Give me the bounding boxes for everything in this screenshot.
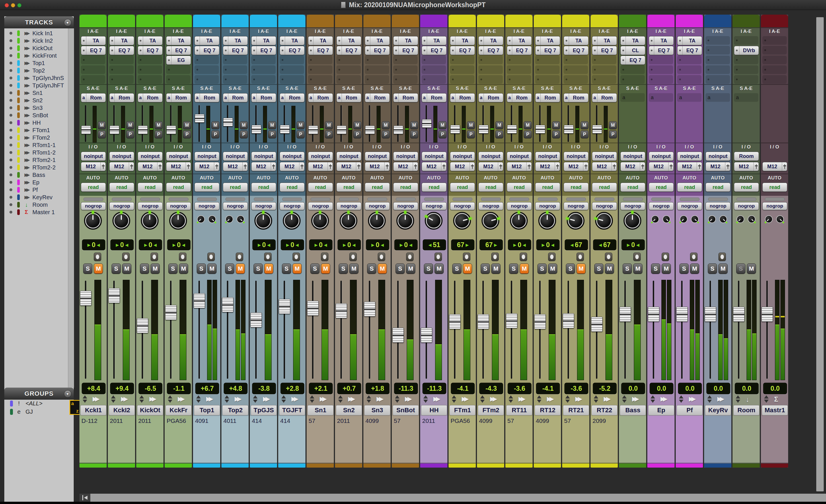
send-slot-a-empty[interactable]: a — [734, 93, 758, 102]
strip-type-audio-icon[interactable]: ▶▶ — [178, 395, 183, 402]
strip-type-audio-icon[interactable]: ▶▶ — [660, 395, 665, 402]
input-path-button[interactable]: noinput — [194, 152, 219, 161]
track-nav-arrows[interactable] — [536, 395, 542, 403]
volume-fader-cap[interactable] — [80, 291, 92, 306]
output-path-button[interactable]: M12 — [762, 162, 787, 171]
strip-color-header[interactable] — [307, 15, 334, 27]
record-arm-button[interactable] — [406, 253, 414, 261]
output-path-button[interactable]: M12 — [478, 162, 504, 171]
track-list-item[interactable]: ▶▶Kick In2 — [4, 37, 68, 45]
track-name-plate[interactable]: SnBot — [393, 405, 419, 416]
insert-slot-empty[interactable] — [734, 36, 758, 45]
strip-type-audio-icon[interactable]: ▶▶ — [575, 395, 580, 402]
track-name-plate[interactable]: Sn2 — [336, 405, 362, 416]
track-name-plate[interactable]: RT11 — [506, 405, 532, 416]
comment-text[interactable]: D-112 — [81, 418, 98, 424]
send-slot-a[interactable]: aRom — [507, 93, 532, 102]
comment-text[interactable]: 2011 — [138, 418, 151, 424]
solo-button[interactable]: S — [481, 263, 490, 274]
record-arm-button[interactable] — [122, 253, 130, 261]
send-mute-button[interactable]: M — [552, 121, 560, 129]
track-list-item[interactable]: ▶▶SnBot — [4, 112, 68, 119]
send-fader-cap[interactable] — [365, 126, 375, 134]
track-show-dot[interactable] — [9, 54, 12, 57]
track-nav-arrows[interactable] — [451, 395, 457, 403]
insert-button-eq7[interactable]: EQ 7 — [649, 46, 674, 55]
mute-button[interactable]: M — [151, 263, 160, 274]
track-name-plate[interactable]: Bass — [620, 405, 646, 416]
comment-text[interactable]: PGA56 — [167, 418, 186, 424]
send-slot-a[interactable]: aRom — [81, 93, 106, 102]
insert-slot-empty[interactable] — [194, 56, 219, 64]
send-slot-a[interactable]: aRom — [138, 93, 163, 102]
automation-mode-button[interactable]: read — [223, 183, 248, 192]
mute-button[interactable]: M — [577, 263, 586, 274]
strip-color-header[interactable] — [136, 15, 164, 27]
strip-type-audio-icon[interactable]: ▶▶ — [405, 395, 410, 402]
insert-button-eq7[interactable]: EQ 7 — [564, 46, 589, 55]
insert-button-eq7[interactable]: EQ 7 — [194, 46, 219, 55]
insert-slot-empty[interactable] — [677, 56, 702, 64]
keyboard-focus-az-icon[interactable]: a z — [69, 400, 80, 415]
track-nav-arrows[interactable] — [621, 395, 628, 403]
solo-button[interactable]: S — [225, 263, 234, 274]
track-name-plate[interactable]: KeyRv — [705, 405, 731, 416]
track-name-plate[interactable]: Top2 — [222, 405, 248, 416]
send-mute-button[interactable]: M — [524, 121, 532, 129]
comment-text[interactable]: 2011 — [337, 418, 350, 424]
strip-color-header[interactable] — [591, 15, 618, 27]
track-show-dot[interactable] — [9, 69, 12, 72]
insert-slot-empty[interactable] — [223, 56, 247, 64]
send-slot-a[interactable]: aRom — [365, 93, 390, 102]
record-arm-button[interactable] — [378, 253, 385, 261]
pan-knob-left[interactable] — [680, 215, 688, 223]
send-fader-cap[interactable] — [535, 125, 545, 134]
strip-color-header[interactable] — [477, 15, 504, 27]
pan-knob[interactable] — [112, 212, 130, 230]
record-arm-button[interactable] — [179, 253, 186, 261]
insert-slot-empty[interactable] — [564, 65, 588, 74]
insert-button-dvrb[interactable]: DVrb — [734, 46, 759, 55]
track-show-dot[interactable] — [9, 121, 12, 124]
comment-area[interactable] — [704, 416, 731, 463]
send-mute-button[interactable]: M — [438, 121, 447, 129]
input-path-button[interactable]: noinput — [621, 152, 645, 161]
track-list-item[interactable]: ▶▶KeyRev — [4, 193, 68, 201]
pan-display[interactable]: 67▶ — [451, 239, 474, 250]
group-assign-button[interactable]: nogrop — [337, 202, 361, 210]
comment-text[interactable]: 2011 — [110, 418, 123, 424]
pan-knob-right[interactable] — [691, 215, 699, 223]
track-list-item[interactable]: ▶▶KickFront — [4, 52, 68, 59]
insert-button-ta[interactable]: TA — [337, 36, 361, 45]
mute-button[interactable]: M — [208, 263, 217, 274]
strip-type-audio-icon[interactable]: ▶▶ — [235, 395, 239, 402]
insert-slot-empty[interactable] — [535, 56, 559, 64]
track-show-dot[interactable] — [9, 84, 12, 87]
strip-color-header[interactable] — [250, 15, 277, 27]
pan-knob-left[interactable] — [197, 215, 205, 223]
strip-type-audio-icon[interactable]: ▶▶ — [263, 395, 268, 402]
automation-mode-button[interactable]: read — [478, 183, 504, 192]
solo-button[interactable]: S — [168, 263, 178, 274]
insert-slot-empty[interactable] — [478, 56, 503, 64]
strip-type-audio-icon[interactable]: ▶▶ — [121, 395, 126, 402]
pan-knob[interactable] — [538, 212, 556, 230]
strip-type-audio-icon[interactable]: ▶▶ — [150, 395, 154, 402]
strip-color-header[interactable] — [363, 15, 391, 27]
output-path-button[interactable]: M12 — [81, 162, 106, 171]
insert-slot-empty[interactable] — [762, 75, 787, 84]
track-name-plate[interactable]: KckI2 — [109, 405, 135, 416]
pan-knob-right[interactable] — [662, 215, 670, 223]
send-mute-button[interactable]: M — [609, 121, 617, 129]
insert-button-eq7[interactable]: EQ 7 — [592, 46, 617, 55]
strip-color-header[interactable] — [647, 15, 674, 27]
automation-mode-button[interactable]: read — [592, 183, 617, 192]
mute-button[interactable]: M — [718, 263, 728, 274]
automation-mode-button[interactable]: read — [621, 183, 645, 192]
volume-display[interactable]: -4.3 — [479, 383, 503, 394]
automation-mode-button[interactable]: read — [564, 183, 589, 192]
insert-slot-empty[interactable] — [706, 75, 730, 84]
insert-slot-empty[interactable] — [365, 56, 389, 64]
insert-slot-empty[interactable] — [138, 65, 162, 74]
track-name-plate[interactable]: KickOt — [137, 405, 163, 416]
